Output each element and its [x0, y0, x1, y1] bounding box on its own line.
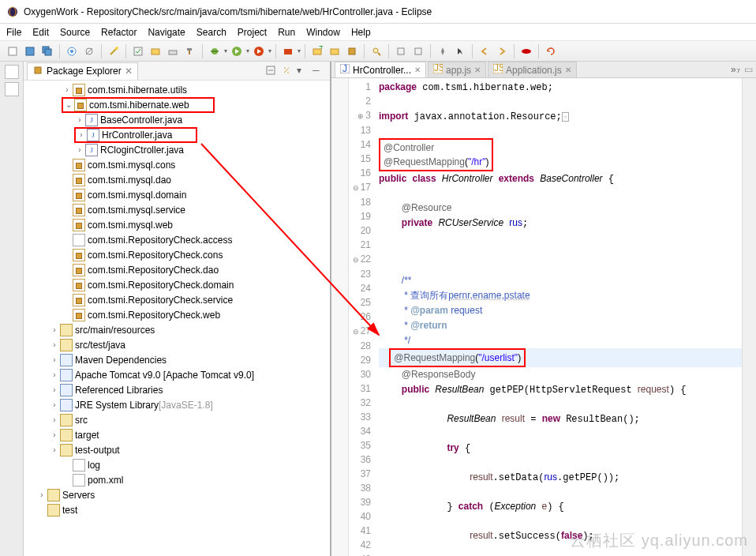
tree-item[interactable]: ›Apache Tomcat v9.0 [Apache Tomcat v9.0]: [24, 367, 330, 382]
forward-icon[interactable]: [494, 43, 510, 59]
tree-label: com.tsmi.RepositoryCheck.access: [88, 235, 232, 246]
tree-item[interactable]: com.tsmi.mysql.web: [24, 217, 330, 232]
tree-item[interactable]: com.tsmi.RepositoryCheck.dao: [24, 262, 330, 277]
annotation-ruler: [742, 78, 756, 556]
main-toolbar: ▾ ▾ ▾ ▾ +: [0, 41, 756, 62]
pkg-icon: [73, 249, 85, 261]
folder-icon[interactable]: [148, 43, 163, 59]
tree-label: HrController.java: [102, 130, 172, 141]
tree-item[interactable]: com.tsmi.mysql.service: [24, 202, 330, 217]
new-folder-icon[interactable]: +: [309, 43, 325, 59]
menu-edit[interactable]: Edit: [32, 27, 49, 38]
tree-label: com.tsmi.RepositoryCheck.service: [88, 295, 233, 306]
svg-rect-31: [35, 67, 41, 73]
maximize-icon[interactable]: ▭: [742, 64, 753, 75]
new-package-icon[interactable]: [344, 43, 360, 59]
tree-item[interactable]: pom.xml: [24, 472, 330, 487]
view-menu-icon[interactable]: ▾: [297, 65, 309, 77]
menu-window[interactable]: Window: [306, 27, 340, 38]
tree-label: RCloginCtroller.java: [100, 145, 184, 156]
menu-project[interactable]: Project: [238, 27, 267, 38]
tree-item[interactable]: ›src: [24, 412, 330, 427]
menu-help[interactable]: Help: [351, 27, 371, 38]
search-icon[interactable]: [369, 43, 384, 59]
tree-item[interactable]: ›target: [24, 427, 330, 442]
menu-run[interactable]: Run: [278, 27, 295, 38]
link-editor-icon[interactable]: [281, 65, 294, 77]
pkg-icon: [74, 99, 87, 111]
collapse-all-icon[interactable]: [265, 65, 278, 77]
tree-item[interactable]: com.tsmi.RepositoryCheck.cons: [24, 247, 330, 262]
tree-item[interactable]: ›JRCloginCtroller.java: [24, 142, 330, 157]
tree-item[interactable]: log: [24, 457, 330, 472]
redhat-icon[interactable]: [518, 43, 534, 59]
tree-item[interactable]: com.tsmi.mysql.dao: [24, 172, 330, 187]
editor-tab[interactable]: JSApplication.js✕: [488, 62, 577, 77]
perspective-icon[interactable]: [5, 65, 19, 79]
more-tabs[interactable]: »₇: [731, 64, 740, 75]
fold-icon: [47, 504, 60, 517]
menu-navigate[interactable]: Navigate: [148, 27, 185, 38]
checkbox-icon[interactable]: [130, 43, 146, 59]
tree-item[interactable]: ›src/main/resources: [24, 322, 330, 337]
code-editor[interactable]: package com.tsmi.hibernate.web; import j…: [376, 78, 742, 556]
menu-source[interactable]: Source: [60, 27, 90, 38]
editor-tab[interactable]: JSapp.js✕: [428, 62, 486, 77]
toggle-mark-icon[interactable]: [393, 43, 409, 59]
tree-label: Maven Dependencies: [75, 355, 167, 366]
tree-label: target: [75, 430, 99, 441]
run-icon[interactable]: [229, 43, 245, 59]
tree-item[interactable]: ›Referenced Libraries: [24, 382, 330, 397]
outline-icon[interactable]: [5, 82, 19, 96]
tree-label: test-output: [75, 445, 120, 456]
cursor-icon[interactable]: [452, 43, 468, 59]
skip-breakpoints-icon[interactable]: [81, 43, 97, 59]
tree-item[interactable]: com.tsmi.mysql.domain: [24, 187, 330, 202]
menu-file[interactable]: File: [6, 27, 21, 38]
menu-search[interactable]: Search: [196, 27, 226, 38]
pkg-icon: [73, 264, 85, 276]
saveall-icon[interactable]: [39, 43, 55, 59]
tree-item[interactable]: ›test-output: [24, 442, 330, 457]
tree-item[interactable]: ›JRE System Library [JavaSE-1.8]: [24, 397, 330, 412]
tree-item[interactable]: test: [24, 502, 330, 517]
close-icon[interactable]: ✕: [414, 66, 421, 74]
tree-item[interactable]: ›com.tsmi.hibernate.utils: [24, 82, 330, 97]
refresh-icon[interactable]: [543, 43, 559, 59]
trim-stack: [0, 62, 24, 556]
tree-item[interactable]: com.tsmi.RepositoryCheck.domain: [24, 277, 330, 292]
package-tree[interactable]: ›com.tsmi.hibernate.utils⌄com.tsmi.hiber…: [24, 81, 330, 556]
tree-item[interactable]: ›JHrController.java: [24, 127, 330, 142]
open-type-icon[interactable]: [327, 43, 342, 59]
tree-item[interactable]: ›src/test/java: [24, 337, 330, 352]
close-icon[interactable]: ✕: [474, 66, 481, 74]
pin-icon[interactable]: [435, 43, 451, 59]
close-icon[interactable]: ✕: [125, 66, 133, 77]
hammer-icon[interactable]: [182, 43, 198, 59]
annotation-icon[interactable]: [410, 43, 426, 59]
tree-item[interactable]: ⌄com.tsmi.hibernate.web: [24, 97, 330, 112]
debug-icon[interactable]: [207, 43, 223, 59]
tree-label: com.tsmi.mysql.web: [88, 220, 173, 231]
coverage-icon[interactable]: [251, 43, 267, 59]
close-icon[interactable]: ✕: [565, 66, 571, 74]
back-icon[interactable]: [477, 43, 492, 59]
java-icon: J: [85, 144, 98, 156]
tree-item[interactable]: ›JBaseController.java: [24, 112, 330, 127]
tree-item[interactable]: com.tsmi.RepositoryCheck.access: [24, 232, 330, 247]
ext-tools-icon[interactable]: [280, 43, 296, 59]
tree-item[interactable]: com.tsmi.mysql.cons: [24, 157, 330, 172]
wand-icon[interactable]: [106, 43, 122, 59]
new-server-icon[interactable]: [165, 43, 181, 59]
tree-item[interactable]: ›Maven Dependencies: [24, 352, 330, 367]
new-icon[interactable]: [5, 43, 21, 59]
tree-item[interactable]: ›Servers: [24, 487, 330, 502]
package-explorer-tab[interactable]: Package Explorer ✕: [27, 62, 138, 80]
minimize-icon[interactable]: ─: [313, 65, 325, 77]
tree-item[interactable]: com.tsmi.RepositoryCheck.service: [24, 292, 330, 307]
editor-tab[interactable]: JHrController...✕: [335, 62, 426, 77]
tree-item[interactable]: com.tsmi.RepositoryCheck.web: [24, 307, 330, 322]
save-icon[interactable]: [22, 43, 38, 59]
menu-refactor[interactable]: Refactor: [101, 27, 137, 38]
breakpoint-icon[interactable]: [64, 43, 80, 59]
